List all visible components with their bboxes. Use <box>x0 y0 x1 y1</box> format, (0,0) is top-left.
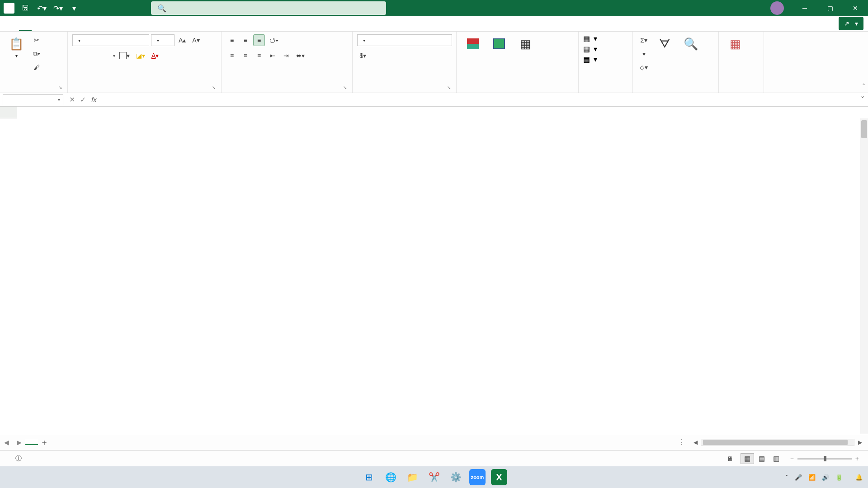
tab-help[interactable] <box>108 24 120 31</box>
bold-button[interactable] <box>72 50 84 61</box>
normal-view-icon[interactable]: ▦ <box>741 453 754 464</box>
page-break-view-icon[interactable]: ▥ <box>769 453 783 464</box>
increase-font-icon[interactable]: A▴ <box>176 34 188 46</box>
tab-home[interactable] <box>19 23 32 31</box>
zoom-out-icon[interactable]: − <box>790 455 794 462</box>
tray-chevron-icon[interactable]: ˄ <box>785 474 788 481</box>
accessibility-status[interactable]: ⓘ <box>15 455 24 463</box>
hscroll-right-icon[interactable]: ▶ <box>856 439 863 446</box>
orientation-icon[interactable]: ⭯▾ <box>267 34 281 46</box>
align-middle-icon[interactable]: ≡ <box>240 34 251 46</box>
undo-icon[interactable]: ↶▾ <box>35 2 48 14</box>
cells-delete-button[interactable]: ▦ ▾ <box>583 45 597 53</box>
volume-icon[interactable]: 🔊 <box>822 474 829 481</box>
page-layout-view-icon[interactable]: ▤ <box>755 453 769 464</box>
fill-color-button[interactable]: ◪▾ <box>134 50 147 61</box>
minimize-button[interactable]: ─ <box>792 0 817 16</box>
tab-page-layout[interactable] <box>44 24 57 31</box>
horizontal-scrollbar[interactable] <box>701 439 854 446</box>
underline-button[interactable] <box>99 50 111 61</box>
scrollbar-thumb[interactable] <box>703 440 848 445</box>
close-button[interactable]: ✕ <box>843 0 868 16</box>
addins-button[interactable]: ▦ <box>723 34 747 54</box>
tab-file[interactable] <box>6 24 19 31</box>
hscroll-left-icon[interactable]: ◀ <box>692 439 699 446</box>
accounting-format-icon[interactable]: $▾ <box>357 50 369 61</box>
qat-dropdown-icon[interactable]: ▾ <box>68 2 80 14</box>
notifications-icon[interactable]: 🔔 <box>855 474 863 481</box>
sheet-nav-next-icon[interactable]: ▶ <box>13 439 25 446</box>
cell-styles-button[interactable]: ▦ <box>514 34 537 54</box>
cells-format-button[interactable]: ▦ ▾ <box>583 55 597 64</box>
align-right-icon[interactable]: ≡ <box>253 50 265 61</box>
find-select-button[interactable]: 🔍 <box>679 34 703 54</box>
wrap-text-button[interactable] <box>292 34 304 46</box>
cells-insert-button[interactable]: ▦ ▾ <box>583 34 597 43</box>
microphone-icon[interactable]: 🎤 <box>795 474 802 481</box>
align-top-icon[interactable]: ≡ <box>226 34 238 46</box>
tab-formulas[interactable] <box>57 24 70 31</box>
tab-view[interactable] <box>95 24 108 31</box>
sheet-tab-attendance-tracker[interactable] <box>25 439 38 445</box>
settings-icon[interactable]: ⚙️ <box>448 469 464 485</box>
launcher-icon[interactable]: ↘ <box>212 85 216 90</box>
vertical-scrollbar[interactable] <box>860 118 868 434</box>
fill-icon[interactable]: ▾ <box>638 48 650 60</box>
align-bottom-icon[interactable]: ≡ <box>253 34 265 46</box>
spreadsheet-grid[interactable] <box>0 107 868 434</box>
clear-icon[interactable]: ◇▾ <box>637 61 650 73</box>
search-box[interactable]: 🔍 <box>151 1 386 15</box>
comma-button[interactable] <box>384 50 396 61</box>
merge-center-button[interactable]: ⬌▾ <box>294 50 307 61</box>
chevron-down-icon[interactable]: ▾ <box>58 97 60 102</box>
borders-button[interactable]: ▾ <box>117 50 132 61</box>
snipping-tool-icon[interactable]: ✂️ <box>426 469 442 485</box>
select-all-corner[interactable] <box>0 107 17 118</box>
excel-app-icon[interactable] <box>4 3 14 14</box>
start-menu-icon[interactable]: ⊞ <box>361 469 377 485</box>
excel-taskbar-icon[interactable]: X <box>491 469 507 485</box>
user-avatar[interactable] <box>770 1 784 15</box>
align-center-icon[interactable]: ≡ <box>240 50 251 61</box>
collapse-ribbon-icon[interactable]: ˄ <box>862 83 865 90</box>
launcher-icon[interactable]: ↘ <box>343 85 347 90</box>
format-painter-icon[interactable]: 🖌 <box>31 61 42 73</box>
save-icon[interactable]: 🖫 <box>19 2 32 14</box>
share-button[interactable]: ↗ ▾ <box>839 17 863 30</box>
new-sheet-button[interactable]: ＋ <box>38 437 51 448</box>
copy-icon[interactable]: ⧉▾ <box>31 48 42 60</box>
align-left-icon[interactable]: ≡ <box>226 50 238 61</box>
maximize-button[interactable]: ▢ <box>817 0 843 16</box>
redo-icon[interactable]: ↷▾ <box>52 2 64 14</box>
chrome-icon[interactable]: 🌐 <box>382 469 399 485</box>
decrease-font-icon[interactable]: A▾ <box>190 34 202 46</box>
number-format-dropdown[interactable]: ▾ <box>357 34 452 46</box>
tab-data[interactable] <box>70 24 82 31</box>
format-as-table-button[interactable] <box>487 34 511 54</box>
percent-button[interactable] <box>371 50 382 61</box>
cancel-formula-icon[interactable]: ✕ <box>67 95 77 104</box>
autosum-icon[interactable]: Σ▾ <box>638 34 650 46</box>
formula-input[interactable] <box>100 94 857 105</box>
conditional-formatting-button[interactable] <box>461 34 485 54</box>
sort-filter-button[interactable]: ᗊ <box>653 34 676 54</box>
name-box[interactable]: ▾ <box>3 94 63 105</box>
fx-icon[interactable]: fx <box>91 96 97 103</box>
launcher-icon[interactable]: ↘ <box>447 85 451 90</box>
paste-button[interactable]: 📋 ▾ <box>5 34 28 60</box>
font-color-button[interactable]: A▾ <box>149 50 161 61</box>
expand-formula-bar-icon[interactable]: ˅ <box>857 95 868 104</box>
zoom-app-icon[interactable]: zoom <box>469 469 486 485</box>
scrollbar-thumb[interactable] <box>861 120 867 138</box>
tab-review[interactable] <box>82 24 95 31</box>
font-size-dropdown[interactable]: ▾ <box>151 34 175 46</box>
zoom-in-icon[interactable]: + <box>855 455 859 462</box>
chevron-down-icon[interactable]: ▾ <box>113 53 115 58</box>
launcher-icon[interactable]: ↘ <box>58 85 62 90</box>
sheet-tab-menu-icon[interactable]: ⋮ <box>678 438 685 446</box>
font-name-dropdown[interactable]: ▾ <box>72 34 149 46</box>
zoom-slider[interactable]: − + <box>790 455 863 462</box>
sheet-nav-prev-icon[interactable]: ◀ <box>0 439 13 446</box>
battery-icon[interactable]: 🔋 <box>835 474 843 481</box>
wifi-icon[interactable]: 📶 <box>808 474 816 481</box>
